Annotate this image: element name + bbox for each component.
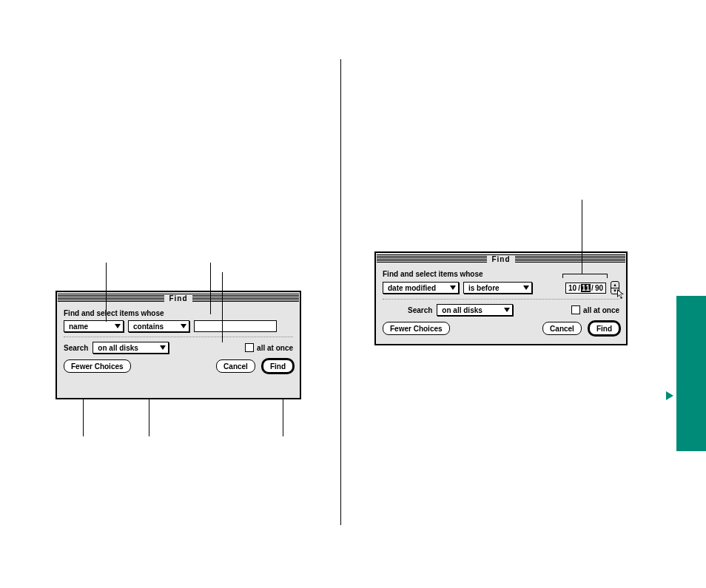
attribute-popup[interactable]: date modified	[383, 282, 459, 294]
find-button[interactable]: Find	[589, 322, 619, 335]
find-button[interactable]: Find	[263, 359, 293, 373]
callout-line	[562, 274, 563, 278]
chevron-down-icon	[450, 285, 456, 290]
titlebar[interactable]: Find	[377, 254, 625, 264]
scope-popup[interactable]: on all disks	[437, 304, 513, 316]
callout-line	[582, 200, 582, 274]
operator-popup-label: is before	[468, 284, 500, 292]
chevron-down-icon	[115, 324, 121, 328]
cancel-button[interactable]: Cancel	[542, 322, 582, 335]
callout-line	[210, 263, 211, 314]
all-at-once-checkbox[interactable]: all at once	[571, 305, 619, 314]
scope-popup[interactable]: on all disks	[93, 342, 169, 354]
stepper-down-icon[interactable]: ▼	[611, 288, 619, 294]
page-edge-tab	[676, 296, 706, 451]
chevron-down-icon	[181, 324, 186, 328]
chevron-down-icon	[523, 285, 529, 290]
chevron-down-icon	[160, 345, 166, 350]
date-stepper[interactable]: ▲ ▼	[611, 281, 619, 294]
callout-line	[149, 399, 149, 436]
fewer-choices-button[interactable]: Fewer Choices	[64, 359, 131, 373]
cancel-button[interactable]: Cancel	[216, 359, 255, 373]
callout-line	[283, 399, 283, 436]
date-year[interactable]: 90	[594, 284, 604, 292]
date-day[interactable]: 11	[581, 284, 591, 292]
checkbox-box-icon	[571, 305, 580, 314]
operator-popup[interactable]: contains	[128, 320, 189, 332]
titlebar[interactable]: Find	[58, 293, 299, 303]
checkbox-box-icon	[245, 343, 254, 352]
divider	[383, 299, 619, 300]
callout-line	[83, 399, 84, 436]
attribute-popup[interactable]: name	[64, 320, 124, 332]
column-divider	[340, 59, 341, 525]
all-at-once-label: all at once	[583, 306, 619, 314]
attribute-popup-label: date modified	[388, 284, 436, 292]
divider	[64, 337, 293, 337]
date-field[interactable]: 10 / 11 / 90 ▲ ▼	[565, 281, 619, 294]
date-month[interactable]: 10	[568, 284, 577, 292]
fewer-choices-button[interactable]: Fewer Choices	[383, 322, 450, 335]
all-at-once-checkbox[interactable]: all at once	[245, 343, 293, 352]
scope-popup-label: on all disks	[442, 306, 482, 314]
search-label: Search	[408, 306, 432, 314]
find-dialog-right: Find Find and select items whose date mo…	[374, 251, 628, 345]
callout-line	[562, 274, 607, 274]
window-title: Find	[487, 255, 514, 263]
scope-popup-label: on all disks	[98, 344, 138, 352]
stepper-up-icon[interactable]: ▲	[611, 282, 619, 288]
all-at-once-label: all at once	[257, 344, 293, 352]
operator-popup[interactable]: is before	[463, 282, 532, 294]
chevron-down-icon	[504, 308, 510, 312]
find-dialog-left: Find Find and select items whose name co…	[56, 291, 301, 399]
callout-line	[222, 272, 223, 342]
attribute-popup-label: name	[69, 322, 88, 331]
search-text-input[interactable]	[194, 320, 277, 332]
operator-popup-label: contains	[133, 322, 164, 331]
callout-line	[106, 263, 107, 322]
callout-line	[607, 274, 608, 278]
window-title: Find	[164, 294, 192, 303]
search-label: Search	[64, 344, 88, 352]
prompt-label: Find and select items whose	[64, 309, 293, 317]
page-continue-arrow-icon	[666, 391, 673, 400]
